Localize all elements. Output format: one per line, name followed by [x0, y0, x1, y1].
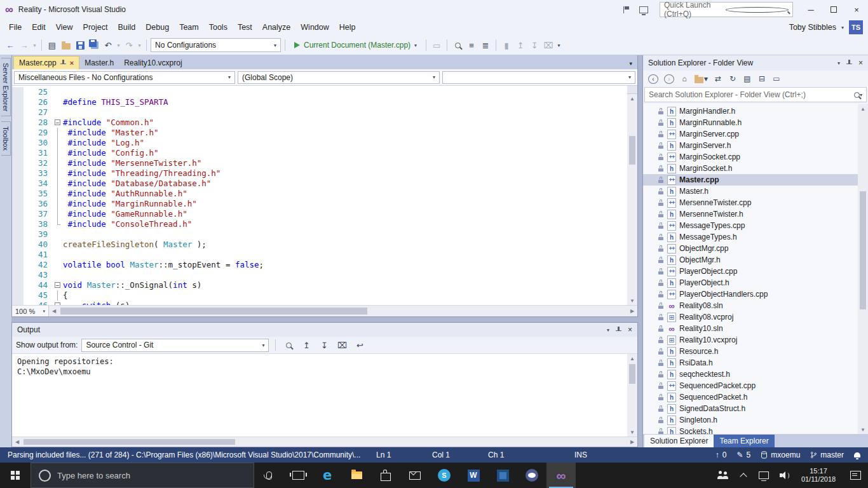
file-messagetypes.cpp[interactable]: MessageTypes.cpp	[643, 220, 858, 231]
side-tab-server-explorer[interactable]: Server Explorer	[1, 58, 11, 116]
volume-icon[interactable]	[774, 463, 794, 488]
navigate-forward-icon[interactable]: ›	[664, 74, 674, 84]
breakpoint-margin[interactable]	[12, 97, 24, 107]
next-bookmark-icon[interactable]: ↧	[528, 38, 541, 52]
file-mersennetwister.cpp[interactable]: MersenneTwister.cpp	[643, 197, 858, 208]
next-message-icon[interactable]: ↧	[318, 338, 330, 352]
menu-test[interactable]: Test	[233, 20, 257, 34]
tab-list-dropdown-icon[interactable]: ▾	[629, 60, 637, 69]
navigate-forward-icon[interactable]: →	[18, 38, 31, 52]
fold-collapse-icon[interactable]	[53, 280, 63, 290]
code-text[interactable]: #include "MersenneTwister.h"	[63, 158, 627, 168]
editor-vertical-scrollbar[interactable]: ▲ ▼	[627, 86, 637, 305]
file-sockets.h[interactable]: Sockets.h	[643, 426, 858, 434]
taskbar-clock[interactable]: 15:17 01/11/2018	[794, 463, 843, 488]
code-text[interactable]	[63, 107, 627, 118]
redo-dropdown-icon[interactable]: ▾	[137, 38, 142, 52]
navigate-back-icon[interactable]: ‹	[648, 74, 658, 84]
toggle-word-wrap-icon[interactable]: ↩	[353, 338, 366, 352]
scroll-up-arrow[interactable]: ▲	[858, 104, 868, 113]
toolbar-options-icon[interactable]: ▾	[556, 38, 562, 52]
breakpoint-margin[interactable]	[12, 118, 24, 128]
word-icon[interactable]: W	[459, 463, 488, 488]
pin-icon[interactable]	[846, 60, 852, 67]
menu-help[interactable]: Help	[334, 20, 361, 34]
horizontal-scroll-thumb[interactable]	[24, 439, 235, 445]
pin-icon[interactable]	[616, 327, 621, 334]
close-button[interactable]: ×	[845, 0, 868, 19]
scroll-up-arrow[interactable]: ▲	[627, 354, 637, 363]
code-text[interactable]: #define THIS_IS_SPARTA	[63, 97, 627, 107]
file-sequencedpacket.cpp[interactable]: SequencedPacket.cpp	[643, 380, 858, 391]
redo-icon[interactable]: ↷	[123, 38, 135, 52]
code-text[interactable]: #include "Threading/Threading.h"	[63, 168, 627, 179]
output-content[interactable]: Opening repositories:C:\MxoDev\mxoemu ▲ …	[12, 354, 637, 437]
file-reality10.sln[interactable]: Reality10.sln	[643, 323, 858, 334]
fold-collapse-icon[interactable]	[53, 301, 63, 305]
quick-launch-input[interactable]: Quick Launch (Ctrl+Q)	[660, 2, 793, 17]
file-playerobject.cpp[interactable]: PlayerObject.cpp	[643, 266, 858, 277]
file-explorer-icon[interactable]	[342, 463, 371, 488]
code-text[interactable]	[63, 250, 627, 260]
scroll-down-arrow[interactable]: ▼	[627, 428, 637, 437]
code-text[interactable]: #include "Config.h"	[63, 148, 627, 158]
window-position-dropdown-icon[interactable]: ▾	[837, 60, 840, 66]
code-text[interactable]: #include "MarginRunnable.h"	[63, 199, 627, 209]
tree-vertical-scrollbar[interactable]: ▲ ▼	[858, 104, 868, 434]
git-branch[interactable]: master	[810, 451, 844, 459]
tab-solution-explorer[interactable]: Solution Explorer	[644, 435, 714, 447]
output-horizontal-scrollbar[interactable]: ◀ ▶	[12, 437, 637, 447]
comment-selection-icon[interactable]: ≡	[465, 38, 478, 52]
file-objectmgr.cpp[interactable]: ObjectMgr.cpp	[643, 243, 858, 254]
menu-analyze[interactable]: Analyze	[257, 20, 295, 34]
pin-icon[interactable]	[60, 60, 66, 67]
output-source-combo[interactable]: Source Control - Git▾	[81, 339, 269, 352]
solution-explorer-title-bar[interactable]: Solution Explorer - Folder View ▾ ×	[643, 55, 868, 71]
code-text[interactable]: #include "ConsoleThread.h"	[63, 219, 627, 229]
breakpoint-margin[interactable]	[12, 107, 24, 118]
network-icon[interactable]	[754, 463, 774, 488]
breakpoint-margin[interactable]	[12, 128, 24, 138]
code-text[interactable]: #include "Database/Database.h"	[63, 179, 627, 189]
show-all-files-icon[interactable]: ▤	[743, 74, 752, 84]
side-tab-toolbox[interactable]: Toolbox	[1, 121, 11, 156]
notifications-flag-icon[interactable]	[618, 3, 634, 17]
code-text[interactable]	[63, 270, 627, 280]
code-text[interactable]: {	[63, 290, 627, 301]
solution-platforms-icon[interactable]: ▭	[430, 38, 443, 52]
previous-message-icon[interactable]: ↥	[300, 338, 313, 352]
file-marginserver.h[interactable]: MarginServer.h	[643, 140, 858, 151]
file-master.h[interactable]: Master.h	[643, 186, 858, 197]
file-seqchecktest.h[interactable]: seqchecktest.h	[643, 369, 858, 380]
member-combo[interactable]: ▾	[442, 71, 635, 84]
solution-explorer-search-input[interactable]: Search Solution Explorer - Folder View (…	[644, 87, 867, 102]
taskbar-search-input[interactable]: Type here to search	[31, 463, 254, 488]
file-reality08.vcproj[interactable]: Reality08.vcproj	[643, 311, 858, 323]
breakpoint-margin[interactable]	[12, 138, 24, 148]
scroll-thumb[interactable]	[860, 191, 866, 310]
code-text[interactable]: volatile bool Master::m_stopEvent = fals…	[63, 260, 627, 270]
breakpoint-margin[interactable]	[12, 179, 24, 189]
breakpoint-margin[interactable]	[12, 301, 24, 305]
scope-combo[interactable]: (Global Scope)▾	[238, 71, 440, 84]
code-text[interactable]: #include "Master.h"	[63, 128, 627, 138]
breakpoint-margin[interactable]	[12, 270, 24, 280]
people-icon[interactable]	[713, 463, 733, 488]
new-project-icon[interactable]: ▤	[46, 38, 58, 52]
user-name[interactable]: Toby Stibbles	[789, 23, 836, 32]
code-text[interactable]: #include "GameRunnable.h"	[63, 209, 627, 219]
navigation-history-dropdown-icon[interactable]: ▾	[32, 38, 37, 52]
file-marginhandler.h[interactable]: MarginHandler.h	[643, 105, 858, 117]
file-rsidata.h[interactable]: RsiData.h	[643, 357, 858, 369]
preview-selected-items-icon[interactable]: ▭	[772, 74, 781, 84]
feedback-monitor-icon[interactable]	[635, 3, 652, 17]
task-view-button[interactable]	[283, 463, 313, 488]
toggle-bookmark-icon[interactable]: ▮	[500, 38, 513, 52]
clear-all-icon[interactable]: ⌧	[336, 338, 348, 352]
breakpoint-margin[interactable]	[12, 148, 24, 158]
mail-icon[interactable]	[400, 463, 430, 488]
menu-team[interactable]: Team	[174, 20, 204, 34]
file-resource.h[interactable]: Resource.h	[643, 346, 858, 357]
file-marginrunnable.h[interactable]: MarginRunnable.h	[643, 117, 858, 128]
file-singleton.h[interactable]: Singleton.h	[643, 414, 858, 426]
